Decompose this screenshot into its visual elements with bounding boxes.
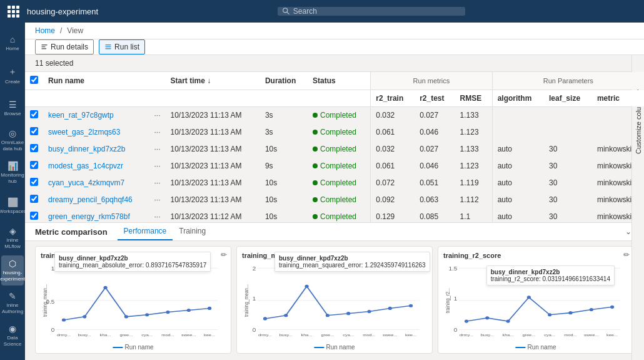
svg-text:training_mean...: training_mean... xyxy=(243,284,249,317)
row-run-name[interactable]: busy_dinner_kpd7xz2b xyxy=(43,141,153,158)
app-grid-icon[interactable] xyxy=(8,6,19,18)
mlflow-icon: ◈ xyxy=(9,226,16,236)
row-status: Completed xyxy=(308,158,371,175)
row-checkbox-cell xyxy=(25,124,43,141)
row-run-name[interactable]: keen_rat_97c8gwtp xyxy=(43,107,153,124)
chart-mae-edit-icon[interactable]: ✏ xyxy=(221,250,227,259)
header-status[interactable]: Status xyxy=(308,72,371,90)
row-start-time: 10/13/2023 11:12 AM xyxy=(166,208,260,223)
row-leaf-size: 30 xyxy=(544,208,592,223)
row-checkbox[interactable] xyxy=(30,127,38,135)
sidebar-item-experiment[interactable]: ⬡ housing-experiment xyxy=(1,255,24,285)
metric-comparison-title: Metric comparison xyxy=(35,224,108,240)
svg-point-42 xyxy=(346,312,350,315)
status-dot xyxy=(313,147,318,152)
row-checkbox[interactable] xyxy=(30,161,38,169)
sidebar-item-datascience[interactable]: ◉ Data Science xyxy=(1,321,24,351)
svg-point-43 xyxy=(367,310,371,313)
row-checkbox[interactable] xyxy=(30,178,38,186)
select-all-checkbox[interactable] xyxy=(30,76,38,84)
svg-text:mod...: mod... xyxy=(363,332,376,336)
svg-point-39 xyxy=(284,314,288,317)
run-list-button[interactable]: Run list xyxy=(99,39,145,54)
sidebar-item-mlflow[interactable]: ◈ Inline MLflow xyxy=(1,223,24,253)
status-dot xyxy=(313,130,318,135)
row-rmse: 1.133 xyxy=(455,107,493,124)
svg-text:2: 2 xyxy=(253,266,256,272)
header-run-name[interactable]: Run name xyxy=(43,72,153,90)
breadcrumb-home[interactable]: Home xyxy=(35,26,55,35)
header-sub-duration xyxy=(260,90,308,107)
row-more[interactable]: ··· xyxy=(153,208,166,223)
svg-text:gree...: gree... xyxy=(119,332,133,337)
svg-text:training_r2...: training_r2... xyxy=(445,288,451,313)
header-metric[interactable]: metric xyxy=(592,90,644,107)
chart-r2-legend: Run name xyxy=(515,344,556,351)
header-r2-train[interactable]: r2_train xyxy=(371,90,415,107)
header-r2-test[interactable]: r2_test xyxy=(415,90,455,107)
row-run-name[interactable]: sweet_gas_2lzmqs63 xyxy=(43,124,153,141)
table-row: keen_rat_97c8gwtp ··· 10/13/2023 11:13 A… xyxy=(25,107,644,124)
row-leaf-size xyxy=(544,124,592,141)
row-rmse: 1.123 xyxy=(455,124,493,141)
run-details-button[interactable]: Run details xyxy=(35,39,94,54)
svg-text:gree...: gree... xyxy=(522,332,535,337)
header-checkbox-cell xyxy=(25,72,43,90)
chart-mse-edit-icon[interactable]: ✏ xyxy=(422,250,428,259)
svg-text:1: 1 xyxy=(51,266,54,272)
bottom-panels: Metric comparison Performance Training ⌄… xyxy=(25,222,644,360)
row-checkbox[interactable] xyxy=(30,195,38,203)
row-r2-test: 0.051 xyxy=(415,175,455,192)
row-more[interactable]: ··· xyxy=(153,107,166,124)
row-run-name[interactable]: green_energy_rkm578bf xyxy=(43,208,153,223)
row-checkbox[interactable] xyxy=(30,144,38,152)
row-status: Completed xyxy=(308,208,371,223)
header-start-time[interactable]: Start time ↓ xyxy=(166,72,260,90)
row-r2-train: 0.061 xyxy=(371,158,415,175)
breadcrumb: Home / View xyxy=(25,23,644,39)
sidebar-item-workspaces[interactable]: ⬜ Workspaces xyxy=(1,190,24,220)
app-title: housing-experiment xyxy=(27,7,98,16)
run-details-icon xyxy=(41,43,48,51)
header-leaf-size[interactable]: leaf_size xyxy=(544,90,592,107)
chart-training-mae: training_mea... ✏ busy_dinner_kpd7xz2b t… xyxy=(35,246,231,354)
tab-training[interactable]: Training xyxy=(173,223,212,240)
search-input[interactable] xyxy=(293,7,460,16)
sidebar-item-create[interactable]: ＋ Create xyxy=(1,60,24,90)
row-r2-test: 0.046 xyxy=(415,158,455,175)
row-more[interactable]: ··· xyxy=(153,124,166,141)
sidebar-item-authoring[interactable]: ✎ Inline Authoring xyxy=(1,288,24,318)
header-duration[interactable]: Duration xyxy=(260,72,308,90)
table-body: keen_rat_97c8gwtp ··· 10/13/2023 11:13 A… xyxy=(25,107,644,223)
svg-text:swee...: swee... xyxy=(584,332,599,336)
sidebar-item-browse[interactable]: ☰ Browse xyxy=(1,93,24,123)
row-r2-train: 0.032 xyxy=(371,107,415,124)
monitoring-icon: 📊 xyxy=(8,161,18,171)
row-run-name[interactable]: modest_gas_1c4cpvzr xyxy=(43,158,153,175)
sidebar-label-authoring: Inline Authoring xyxy=(1,302,24,314)
chart-r2-edit-icon[interactable]: ✏ xyxy=(623,250,630,259)
row-rmse: 1.1 xyxy=(455,208,493,223)
row-checkbox[interactable] xyxy=(30,212,38,220)
row-duration: 10s xyxy=(260,208,308,223)
row-more[interactable]: ··· xyxy=(153,175,166,192)
row-r2-train: 0.092 xyxy=(371,192,415,208)
header-sub-checkbox xyxy=(25,90,43,107)
authoring-icon: ✎ xyxy=(9,291,16,301)
header-algorithm[interactable]: algorithm xyxy=(492,90,544,107)
row-run-name[interactable]: cyan_yuca_4zkmqvm7 xyxy=(43,175,153,192)
row-run-name[interactable]: dreamy_pencil_6pqhqf46 xyxy=(43,192,153,208)
svg-point-15 xyxy=(62,318,66,321)
sidebar-item-monitoring[interactable]: 📊 Monitoring hub xyxy=(1,158,24,188)
row-more[interactable]: ··· xyxy=(153,158,166,175)
row-checkbox[interactable] xyxy=(30,110,38,118)
sidebar-item-omni[interactable]: ◎ OmniLake data hub xyxy=(1,125,24,155)
header-rmse[interactable]: RMSE xyxy=(455,90,493,107)
row-more[interactable]: ··· xyxy=(153,192,166,208)
selected-info: 11 selected xyxy=(25,55,644,72)
tab-performance[interactable]: Performance xyxy=(118,223,173,240)
row-more[interactable]: ··· xyxy=(153,141,166,158)
svg-text:1: 1 xyxy=(454,296,457,302)
sidebar-item-home[interactable]: ⌂ Home xyxy=(1,28,24,58)
svg-point-44 xyxy=(388,307,392,310)
